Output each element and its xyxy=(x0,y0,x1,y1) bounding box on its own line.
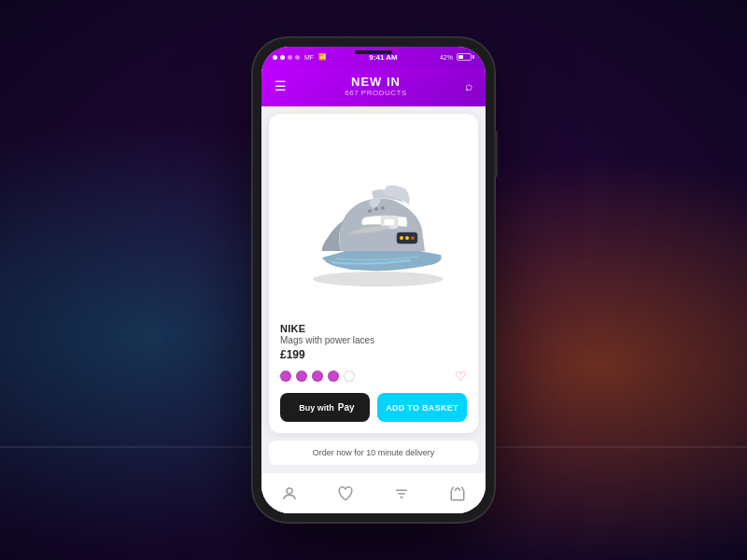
svg-point-5 xyxy=(405,236,409,240)
svg-rect-2 xyxy=(384,218,395,226)
signal-dot-3 xyxy=(288,55,292,60)
color-dot-1[interactable] xyxy=(280,371,291,382)
battery-body xyxy=(457,53,472,61)
delivery-banner: Order now for 10 minute delivery xyxy=(269,441,478,465)
shoe-image-area xyxy=(280,125,467,315)
status-right: 42% xyxy=(440,53,474,61)
phone-device: MF 📶 9:41 AM 42% ☰ xyxy=(252,37,495,523)
add-to-basket-button[interactable]: ADD TO BASKET xyxy=(377,393,467,422)
product-count: 667 PRODUCTS xyxy=(345,89,406,97)
nav-filters[interactable] xyxy=(383,475,420,512)
apple-pay-button[interactable]: Buy with Pay xyxy=(280,393,370,422)
carrier-label: MF xyxy=(304,54,314,61)
brand-name: NIKE xyxy=(280,323,467,334)
main-content: NIKE Mags with power laces £199 ♡ xyxy=(261,106,486,472)
color-options-row: ♡ xyxy=(280,369,467,384)
delivery-text: Order now for 10 minute delivery xyxy=(313,448,435,457)
svg-point-0 xyxy=(313,272,444,287)
battery-percent: 42% xyxy=(440,54,453,61)
search-icon[interactable]: ⌕ xyxy=(465,78,472,93)
svg-point-4 xyxy=(400,236,403,240)
signal-dot-4 xyxy=(295,55,300,60)
svg-point-6 xyxy=(411,236,415,240)
hamburger-icon[interactable]: ☰ xyxy=(275,79,287,92)
color-dot-4[interactable] xyxy=(328,371,339,382)
svg-point-7 xyxy=(368,209,372,213)
battery-indicator xyxy=(457,53,474,61)
apple-pay-wordmark: Pay xyxy=(338,402,355,413)
apple-pay-label: Buy with xyxy=(299,403,334,413)
svg-point-9 xyxy=(381,206,385,210)
color-dot-2[interactable] xyxy=(296,371,307,382)
nav-bar: ☰ NEW IN 667 PRODUCTS ⌕ xyxy=(261,67,486,106)
product-info: NIKE Mags with power laces £199 ♡ xyxy=(280,315,467,422)
phone-screen: MF 📶 9:41 AM 42% ☰ xyxy=(261,47,486,513)
shoe-image xyxy=(280,125,467,315)
nav-basket[interactable] xyxy=(439,475,476,512)
wifi-icon: 📶 xyxy=(318,53,327,61)
signal-dot-1 xyxy=(273,55,277,60)
product-name: Mags with power laces xyxy=(280,335,467,345)
filter-icon xyxy=(393,485,410,502)
svg-point-8 xyxy=(374,207,378,211)
page-title: NEW IN xyxy=(345,75,406,89)
wishlist-heart-icon[interactable]: ♡ xyxy=(455,369,467,384)
product-card: NIKE Mags with power laces £199 ♡ xyxy=(269,114,478,433)
phone-frame: MF 📶 9:41 AM 42% ☰ xyxy=(252,37,495,523)
action-buttons: Buy with Pay ADD TO BASKET xyxy=(280,393,467,422)
battery-fill xyxy=(458,55,463,59)
bottom-nav xyxy=(261,472,486,513)
svg-point-10 xyxy=(287,488,292,494)
person-icon xyxy=(281,485,298,502)
nav-wishlist[interactable] xyxy=(327,475,364,512)
battery-tip xyxy=(472,55,474,59)
nav-title: NEW IN 667 PRODUCTS xyxy=(345,75,406,97)
nav-profile[interactable] xyxy=(271,475,308,512)
heart-nav-icon xyxy=(337,485,354,502)
signal-dot-2 xyxy=(280,55,285,60)
color-dot-3[interactable] xyxy=(312,371,323,382)
color-dot-5[interactable] xyxy=(344,371,355,382)
bag-icon xyxy=(449,485,466,502)
color-dots xyxy=(280,371,355,382)
speaker-slot xyxy=(355,50,392,54)
product-price: £199 xyxy=(280,348,467,361)
status-left: MF 📶 xyxy=(273,53,327,61)
